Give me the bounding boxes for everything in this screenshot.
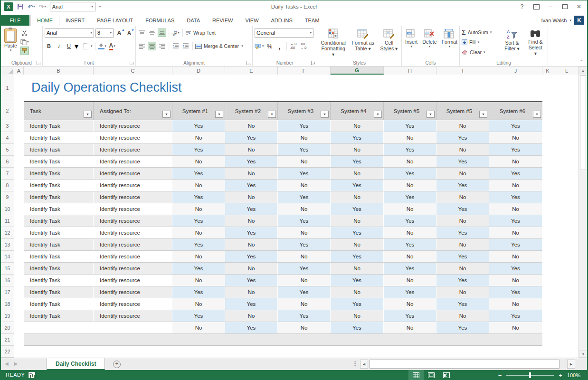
copy-button[interactable]: ▾ (20, 38, 29, 46)
assigned-cell[interactable]: Identify resource (94, 156, 172, 167)
task-cell[interactable]: Identify Task (24, 298, 94, 310)
system-value-cell[interactable]: Yes (489, 168, 542, 179)
ribbon-tab-review[interactable]: REVIEW (206, 15, 239, 26)
system-value-cell[interactable]: No (331, 263, 384, 274)
row-header-21[interactable]: 21 (1, 334, 14, 346)
row-header-6[interactable]: 6 (1, 156, 14, 168)
table-header-cell[interactable]: System #5▼ (436, 102, 489, 120)
format-painter-button[interactable] (20, 47, 29, 55)
system-value-cell[interactable]: Yes (225, 156, 278, 167)
scroll-left-button[interactable]: ◀ (360, 360, 368, 369)
system-value-cell[interactable]: No (331, 286, 384, 298)
system-value-cell[interactable]: Yes (225, 203, 278, 215)
row-header-9[interactable]: 9 (1, 191, 14, 203)
column-header-L[interactable]: L (553, 66, 580, 75)
system-value-cell[interactable]: No (384, 203, 436, 215)
system-value-cell[interactable]: No (331, 215, 384, 227)
system-value-cell[interactable]: Yes (172, 286, 225, 298)
zoom-slider-thumb[interactable] (529, 372, 531, 378)
task-cell[interactable] (24, 322, 94, 333)
column-header-I[interactable]: I (436, 66, 489, 75)
filter-dropdown-button[interactable]: ▼ (321, 111, 329, 118)
system-value-cell[interactable]: Yes (384, 263, 436, 274)
system-value-cell[interactable]: Yes (384, 239, 436, 250)
row-header-2[interactable]: 2 (1, 101, 14, 120)
paste-button[interactable]: Paste ▾ (3, 28, 19, 55)
font-color-button[interactable]: A▾ (108, 42, 116, 50)
system-value-cell[interactable]: No (436, 168, 489, 179)
redo-button[interactable]: ↷▾ (38, 3, 46, 10)
system-value-cell[interactable]: Yes (278, 310, 331, 322)
align-top-button[interactable] (138, 28, 146, 37)
table-header-cell[interactable]: System #3▼ (278, 102, 331, 120)
task-cell[interactable]: Identify Task (24, 203, 94, 215)
system-value-cell[interactable]: Yes (489, 286, 542, 298)
qat-font-box[interactable]: Arial▾ (50, 2, 95, 11)
increase-font-button[interactable]: A▲ (115, 28, 123, 37)
align-right-button[interactable] (158, 42, 166, 50)
system-value-cell[interactable]: No (331, 120, 384, 132)
column-header-B[interactable]: B (24, 66, 94, 75)
system-value-cell[interactable]: No (384, 251, 436, 262)
system-value-cell[interactable]: Yes (384, 168, 436, 179)
scroll-up-button[interactable]: ▲ (579, 66, 587, 74)
assigned-cell[interactable]: Identify resource (94, 286, 172, 298)
system-value-cell[interactable]: Yes (436, 203, 489, 215)
align-center-button[interactable] (148, 42, 156, 50)
assigned-cell[interactable]: Identify resource (94, 251, 172, 262)
system-value-cell[interactable]: No (489, 180, 542, 191)
assigned-cell[interactable]: Identify resource (94, 263, 172, 274)
ribbon-tab-home[interactable]: HOME (30, 15, 59, 26)
filter-dropdown-button[interactable]: ▼ (374, 111, 382, 118)
percent-style-button[interactable]: % (266, 42, 274, 50)
row-header-5[interactable]: 5 (1, 144, 14, 156)
system-value-cell[interactable]: No (384, 298, 436, 310)
system-value-cell[interactable]: Yes (331, 298, 384, 310)
column-header-E[interactable]: E (225, 66, 278, 75)
system-value-cell[interactable]: No (278, 298, 331, 310)
autosum-button[interactable]: Σ AutoSum▾ (462, 28, 499, 37)
row-header-4[interactable]: 4 (1, 132, 14, 144)
system-value-cell[interactable]: No (436, 310, 489, 322)
column-header-H[interactable]: H (384, 66, 436, 75)
system-value-cell[interactable]: Yes (172, 239, 225, 250)
task-cell[interactable]: Identify Task (24, 156, 94, 167)
system-value-cell[interactable]: Yes (384, 286, 436, 298)
system-value-cell[interactable]: No (225, 310, 278, 322)
system-value-cell[interactable]: No (436, 263, 489, 274)
ribbon-tab-formulas[interactable]: FORMULAS (139, 15, 180, 26)
system-value-cell[interactable]: No (489, 227, 542, 238)
system-value-cell[interactable]: Yes (278, 168, 331, 179)
system-value-cell[interactable]: No (436, 144, 489, 155)
sort-filter-button[interactable]: A Z Sort &Filter ▾ (502, 28, 522, 59)
assigned-cell[interactable]: Identify resource (94, 310, 172, 322)
system-value-cell[interactable]: No (278, 180, 331, 191)
column-header-F[interactable]: F (278, 66, 331, 75)
system-value-cell[interactable]: No (172, 275, 225, 286)
underline-button[interactable]: U (65, 42, 73, 50)
task-cell[interactable]: Identify Task (24, 227, 94, 238)
system-value-cell[interactable]: No (172, 132, 225, 143)
prev-sheet-button[interactable]: ◀ (5, 361, 9, 366)
system-value-cell[interactable]: Yes (436, 156, 489, 167)
system-value-cell[interactable]: No (489, 132, 542, 143)
system-value-cell[interactable]: Yes (172, 191, 225, 203)
system-value-cell[interactable]: Yes (436, 132, 489, 143)
assigned-cell[interactable]: Identify resource (94, 144, 172, 155)
system-value-cell[interactable]: No (489, 275, 542, 286)
system-value-cell[interactable]: Yes (436, 322, 489, 333)
format-cells-button[interactable]: Format▾ (440, 28, 459, 59)
system-value-cell[interactable]: Yes (436, 227, 489, 238)
wrap-text-button[interactable]: Wrap Text (185, 28, 226, 37)
assigned-cell[interactable]: Identify resource (94, 275, 172, 286)
vertical-scrollbar[interactable]: ▲ ▼ (579, 66, 587, 358)
font-dialog-launcher[interactable] (130, 61, 134, 65)
decrease-decimal-button[interactable]: .00→.0 (299, 42, 308, 50)
task-cell[interactable]: Identify Task (24, 251, 94, 262)
row-header-20[interactable]: 20 (1, 322, 14, 334)
new-sheet-button[interactable]: + (113, 361, 121, 368)
system-value-cell[interactable]: No (278, 227, 331, 238)
task-cell[interactable]: Identify Task (24, 144, 94, 155)
zoom-slider[interactable] (506, 375, 554, 376)
system-value-cell[interactable]: No (225, 191, 278, 203)
